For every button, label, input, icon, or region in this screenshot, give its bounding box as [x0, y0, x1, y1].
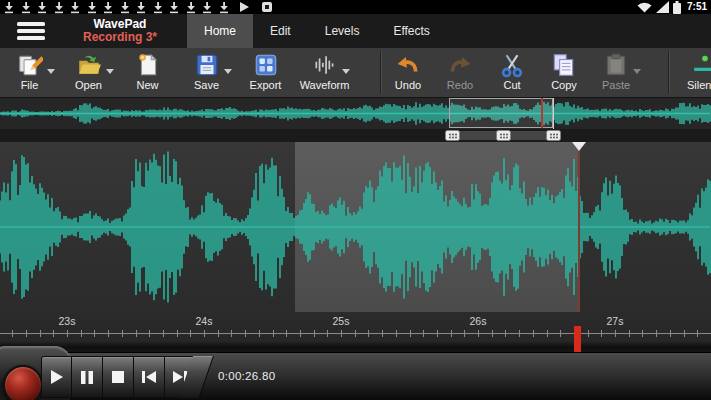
- ruler-tick: [286, 330, 287, 337]
- ruler-tick: [218, 330, 219, 337]
- ruler-tick: [108, 330, 109, 337]
- grip-dots-icon: [550, 133, 552, 135]
- download-notification-icon: [202, 1, 212, 14]
- toolbar-label: Copy: [551, 79, 577, 91]
- play-button[interactable]: [41, 356, 72, 398]
- ribbon-tabs: HomeEditLevelsEffects: [187, 14, 447, 48]
- box-status-icon: [261, 1, 273, 13]
- pause-icon: [80, 370, 94, 385]
- menu-icon[interactable]: [17, 21, 45, 41]
- timeline-playhead-marker[interactable]: [574, 326, 581, 352]
- tab-levels[interactable]: Levels: [308, 14, 377, 48]
- ruler-tick: [273, 330, 274, 337]
- toolbar-button-export[interactable]: Export: [236, 48, 295, 97]
- overview-handle-2[interactable]: [496, 130, 511, 141]
- toolbar-label: New: [136, 79, 158, 91]
- chevron-down-icon[interactable]: [342, 69, 350, 74]
- ruler-tick: [670, 330, 671, 337]
- transport-bar: 0:00:26.80: [0, 352, 711, 400]
- pause-button[interactable]: [72, 356, 103, 398]
- clock-text: 7:51: [687, 0, 707, 14]
- open-icon: [76, 50, 102, 79]
- time-display: 0:00:26.80: [218, 353, 275, 399]
- ruler-tick: [601, 330, 602, 337]
- playhead-line[interactable]: [578, 149, 580, 312]
- toolbar-button-undo[interactable]: Undo: [382, 48, 434, 97]
- toolbar-label: Paste: [602, 79, 630, 91]
- ruler-tick: [12, 330, 13, 337]
- cut-icon: [499, 50, 525, 79]
- document-title: Recording 3*: [55, 31, 185, 45]
- ruler-tick: [341, 330, 342, 337]
- grip-dots-icon: [500, 133, 502, 135]
- overview-waveform[interactable]: [0, 98, 711, 129]
- copy-icon: [551, 50, 577, 79]
- main-waveform[interactable]: [0, 142, 711, 312]
- toolbar-label: Waveform: [300, 79, 350, 91]
- chevron-down-icon[interactable]: [106, 69, 114, 74]
- wavepad-app: 7:51 WavePad Recording 3* HomeEditLevels…: [0, 0, 711, 400]
- record-button[interactable]: [3, 365, 43, 400]
- stop-button[interactable]: [103, 356, 134, 398]
- playhead-handle[interactable]: [572, 142, 586, 151]
- timeline-ruler[interactable]: 23s24s25s26s27s: [0, 312, 711, 352]
- chevron-down-icon[interactable]: [633, 69, 641, 74]
- ruler-tick: [629, 330, 630, 337]
- toolbar-label: Cut: [503, 79, 520, 91]
- chevron-down-icon[interactable]: [47, 69, 55, 74]
- ruler-tick: [560, 330, 561, 337]
- download-notification-icon: [169, 1, 179, 14]
- app-header: WavePad Recording 3* HomeEditLevelsEffec…: [0, 14, 711, 48]
- save-icon: [194, 50, 220, 79]
- ruler-tick: [355, 330, 356, 337]
- grip-dots-icon: [449, 133, 451, 135]
- ruler-tick: [492, 330, 493, 337]
- title-block: WavePad Recording 3*: [55, 14, 185, 48]
- download-notification-icon: [120, 1, 130, 14]
- tab-home[interactable]: Home: [187, 14, 253, 48]
- download-notification-icon: [37, 1, 47, 14]
- timeline-label: 26s: [470, 315, 487, 327]
- ruler-tick: [547, 330, 548, 337]
- tab-effects[interactable]: Effects: [376, 14, 446, 48]
- overview-view-window[interactable]: [449, 98, 553, 128]
- ruler-tick: [245, 330, 246, 337]
- main-waveform-view[interactable]: [0, 142, 711, 312]
- download-notification-icon: [103, 1, 113, 14]
- chevron-down-icon[interactable]: [224, 69, 232, 74]
- tab-edit[interactable]: Edit: [253, 14, 308, 48]
- ruler-tick: [423, 330, 424, 337]
- overview-waveform-strip[interactable]: [0, 98, 711, 142]
- ruler-tick: [204, 330, 205, 337]
- overview-handle-1[interactable]: [445, 130, 460, 141]
- skip-start-button[interactable]: [134, 356, 165, 398]
- toolbar-button-silence[interactable]: Silence: [670, 48, 711, 97]
- skip-start-icon: [141, 370, 157, 384]
- toolbar-button-file[interactable]: File: [0, 48, 59, 97]
- silence-icon: [692, 50, 711, 79]
- toolbar-button-cut[interactable]: Cut: [486, 48, 538, 97]
- toolbar-button-redo[interactable]: Redo: [434, 48, 486, 97]
- ruler-tick: [122, 330, 123, 337]
- toolbar-button-new[interactable]: New: [118, 48, 177, 97]
- paste-icon: [603, 50, 629, 79]
- ruler-tick: [410, 330, 411, 337]
- toolbar-button-paste[interactable]: Paste: [590, 48, 642, 97]
- android-status-bar: 7:51: [0, 0, 711, 14]
- toolbar-button-waveform[interactable]: Waveform: [295, 48, 354, 97]
- toolbar-button-copy[interactable]: Copy: [538, 48, 590, 97]
- overview-handle-3[interactable]: [546, 130, 561, 141]
- ruler-tick: [382, 330, 383, 337]
- ruler-tick: [615, 330, 616, 337]
- ruler-tick: [81, 330, 82, 337]
- toolbar-label: Undo: [395, 79, 421, 91]
- play-status-icon: [239, 1, 250, 13]
- overview-handle-row: [0, 129, 711, 142]
- new-icon: [135, 50, 161, 79]
- toolbar-button-open[interactable]: Open: [59, 48, 118, 97]
- ruler-tick: [588, 330, 589, 337]
- ruler-tick: [451, 330, 452, 337]
- waveform-icon: [312, 50, 338, 79]
- ruler-tick: [94, 330, 95, 337]
- toolbar-button-save[interactable]: Save: [177, 48, 236, 97]
